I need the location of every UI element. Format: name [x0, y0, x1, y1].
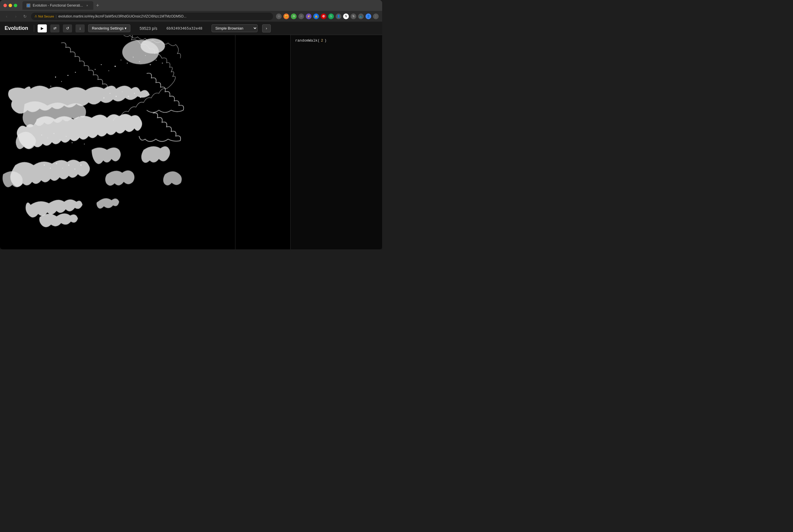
- svg-point-41: [74, 169, 75, 170]
- svg-point-34: [140, 97, 141, 98]
- svg-rect-13: [127, 63, 128, 63]
- svg-point-40: [68, 165, 69, 166]
- svg-point-37: [50, 168, 51, 168]
- bookmark-icon[interactable]: ☆: [276, 14, 282, 19]
- svg-rect-15: [139, 61, 140, 62]
- refresh-button[interactable]: ↻: [22, 13, 28, 20]
- download-button[interactable]: ↓: [75, 24, 85, 33]
- code-line: randomWalk(2): [295, 38, 377, 43]
- svg-point-32: [128, 96, 129, 97]
- notion-icon[interactable]: N: [343, 14, 349, 19]
- svg-rect-27: [84, 144, 85, 144]
- lastpass-icon[interactable]: 🎯: [321, 14, 327, 19]
- svg-point-39: [62, 168, 63, 168]
- app-content: Evolution ▶ ⇄ ↺ ↓ Rendering Settings ▾ 5…: [0, 22, 382, 249]
- browser-window: 🌀 Evolution - Functional Generati... × +…: [0, 0, 382, 249]
- code-panel: randomWalk(2): [290, 35, 382, 249]
- svg-rect-5: [67, 75, 68, 75]
- svg-point-29: [110, 93, 111, 94]
- url-text: evolution.martini.io/#/eyJkcmF3aW5nU3Rhd…: [58, 14, 186, 18]
- svg-point-33: [134, 93, 135, 94]
- svg-rect-23: [60, 139, 60, 140]
- svg-rect-9: [101, 64, 102, 65]
- warning-icon: ⚠: [34, 14, 37, 18]
- title-bar: 🌀 Evolution - Functional Generati... × +: [0, 0, 382, 11]
- shuffle-button[interactable]: ⇄: [50, 24, 59, 33]
- svg-rect-10: [109, 70, 109, 71]
- 1password-icon[interactable]: 🔒: [313, 14, 319, 19]
- tab-title: Evolution - Functional Generati...: [33, 3, 83, 7]
- menu-icon[interactable]: ⋮: [373, 14, 379, 19]
- svg-rect-16: [145, 55, 146, 56]
- svg-point-30: [115, 96, 116, 97]
- toolbar: Evolution ▶ ⇄ ↺ ↓ Rendering Settings ▾ 5…: [0, 22, 382, 35]
- code-close-paren: ): [325, 38, 327, 43]
- new-tab-button[interactable]: +: [94, 3, 101, 8]
- svg-rect-3: [55, 77, 56, 77]
- svg-rect-11: [114, 66, 116, 66]
- svg-rect-24: [66, 136, 67, 137]
- play-button[interactable]: ▶: [38, 24, 47, 33]
- svg-rect-14: [133, 57, 133, 58]
- svg-rect-7: [75, 72, 76, 73]
- address-bar: ‹ › ↻ ⚠ Not Secure | evolution.martini.i…: [0, 11, 382, 22]
- rendering-settings-button[interactable]: Rendering Settings ▾: [88, 24, 130, 32]
- svg-point-28: [103, 97, 105, 98]
- code-argument: 2: [321, 38, 323, 43]
- svg-point-31: [122, 92, 123, 92]
- tab-favicon: 🌀: [26, 3, 31, 7]
- rendering-settings-label: Rendering Settings ▾: [92, 26, 127, 31]
- active-tab[interactable]: 🌀 Evolution - Functional Generati... ×: [22, 1, 93, 10]
- svg-point-36: [44, 165, 45, 166]
- lightning-icon[interactable]: ⚡: [306, 14, 312, 19]
- url-bar[interactable]: ⚠ Not Secure | evolution.martini.io/#/ey…: [31, 13, 273, 20]
- arrows-icon[interactable]: ⇅: [351, 14, 356, 19]
- svg-rect-6: [51, 86, 51, 87]
- minimize-button[interactable]: [8, 4, 12, 7]
- canvas-area: [0, 35, 290, 249]
- svg-rect-22: [53, 133, 54, 134]
- svg-rect-17: [150, 64, 151, 65]
- forward-button[interactable]: ›: [13, 13, 19, 20]
- traffic-lights: [3, 4, 17, 7]
- app-title: Evolution: [5, 25, 28, 31]
- back-button[interactable]: ‹: [3, 13, 10, 20]
- profile-icon[interactable]: 👤: [366, 14, 371, 19]
- code-function-name: randomWalk(: [295, 38, 320, 43]
- svg-point-38: [56, 163, 57, 164]
- svg-rect-19: [162, 63, 163, 63]
- svg-rect-21: [48, 138, 48, 138]
- svg-point-2: [141, 38, 165, 54]
- svg-point-42: [80, 165, 81, 166]
- tampermonkey-icon[interactable]: 🐱: [283, 14, 289, 19]
- security-warning: ⚠ Not Secure: [34, 14, 54, 18]
- svg-rect-4: [61, 81, 62, 82]
- brownian-canvas: [0, 35, 290, 249]
- reset-button[interactable]: ↺: [63, 24, 72, 33]
- browser-icons: ☆ 🐱 ♻ ☆ ⚡ 🔒 🎯 G 👤 N ⇅ 📺 👤 ⋮: [276, 14, 379, 19]
- recycling-icon[interactable]: ♻: [291, 14, 297, 19]
- hash-display: 6b92493465a32e48: [167, 26, 202, 31]
- cast-icon[interactable]: 📺: [358, 14, 364, 19]
- svg-rect-8: [95, 69, 95, 70]
- tab-close-icon[interactable]: ×: [85, 3, 89, 7]
- user-icon[interactable]: 👤: [336, 14, 342, 19]
- svg-rect-25: [72, 142, 72, 143]
- favorites-icon[interactable]: ☆: [298, 14, 304, 19]
- tab-bar: 🌀 Evolution - Functional Generati... × +: [22, 1, 379, 10]
- svg-rect-18: [156, 60, 156, 60]
- maximize-button[interactable]: [14, 4, 17, 7]
- not-secure-text: Not Secure: [38, 15, 54, 18]
- preset-select[interactable]: Simple Brownian: [211, 24, 258, 32]
- next-button[interactable]: ›: [262, 24, 271, 33]
- svg-rect-26: [78, 138, 79, 138]
- close-button[interactable]: [3, 4, 7, 7]
- toolbar-divider: [34, 25, 34, 32]
- svg-rect-20: [41, 135, 42, 135]
- svg-rect-12: [121, 60, 121, 60]
- svg-point-35: [146, 93, 147, 94]
- particles-per-second: 59523 p/s: [140, 26, 157, 31]
- grammarly-icon[interactable]: G: [328, 14, 334, 19]
- main-area: randomWalk(2): [0, 35, 382, 249]
